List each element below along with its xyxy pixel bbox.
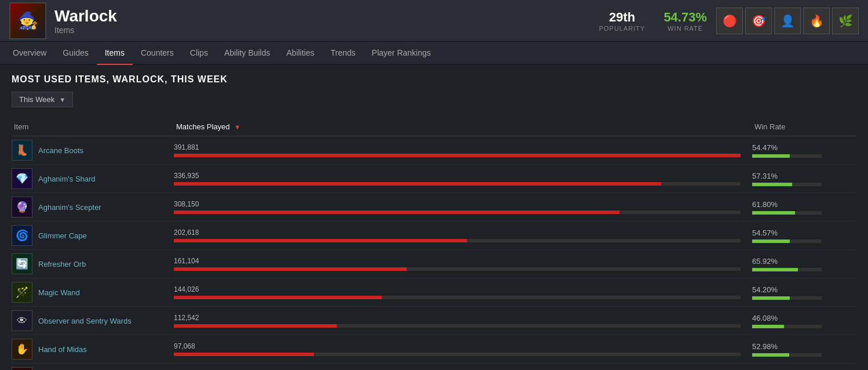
matches-bar-bg-6 [174, 324, 741, 328]
popularity-value: 29th [599, 10, 645, 25]
item-icon-0: 👢 [12, 140, 32, 161]
nav-item-counters[interactable]: Counters [133, 42, 182, 65]
nav-item-trends[interactable]: Trends [323, 42, 364, 65]
table-body: 👢 Arcane Boots 391,881 54.47% 💎 Aghanim'… [12, 136, 856, 370]
table-row: 🔄 Refresher Orb 161,104 65.92% [12, 250, 856, 278]
cell-matches-4: 161,104 [174, 257, 752, 271]
popularity-label: POPULARITY [599, 25, 645, 32]
winrate-bar-bg-1 [752, 183, 822, 186]
header-icon-3[interactable]: 👤 [774, 8, 801, 34]
matches-bar-bg-1 [174, 182, 741, 186]
nav-item-overview[interactable]: Overview [5, 42, 54, 65]
matches-bar-fill-4 [174, 267, 407, 271]
matches-bar-fill-2 [174, 211, 619, 214]
match-count-1: 336,935 [174, 172, 741, 180]
header-icon-2[interactable]: 🎯 [745, 8, 772, 34]
item-name-3[interactable]: Glimmer Cape [38, 231, 87, 240]
item-icon-6: 👁 [12, 310, 32, 331]
header-stats: 29th POPULARITY 54.73% WIN RATE [599, 10, 707, 32]
cell-matches-1: 336,935 [174, 172, 752, 186]
winrate-value-6: 46.08% [752, 314, 856, 322]
cell-winrate-5: 54.20% [752, 285, 856, 300]
nav-item-items[interactable]: Items [97, 42, 133, 65]
item-icon-3: 🌀 [12, 225, 32, 246]
header-icon-1[interactable]: 🔴 [716, 8, 743, 34]
table-row: 🗿 Heart of Tarrasque 91,449 63.99% [12, 364, 856, 370]
item-name-6[interactable]: Observer and Sentry Wards [38, 317, 132, 325]
match-count-0: 391,881 [174, 143, 741, 151]
cell-matches-0: 391,881 [174, 143, 752, 157]
hero-info: Warlock Items [54, 6, 599, 35]
winrate-bar-bg-0 [752, 154, 822, 158]
cell-matches-5: 144,026 [174, 285, 752, 299]
winrate-bar-bg-6 [752, 325, 822, 328]
nav-item-abilities[interactable]: Abilities [278, 42, 322, 65]
header-icons: 🔴 🎯 👤 🔥 🌿 [716, 8, 859, 34]
matches-bar-bg-4 [174, 267, 741, 271]
cell-matches-7: 97,068 [174, 342, 752, 356]
nav-item-clips[interactable]: Clips [182, 42, 216, 65]
th-matches[interactable]: Matches Played ▼ [174, 118, 752, 136]
table-row: 🪄 Magic Wand 144,026 54.20% [12, 278, 856, 307]
table-row: 💎 Aghanim's Shard 336,935 57.31% [12, 165, 856, 193]
item-name-4[interactable]: Refresher Orb [38, 260, 86, 269]
item-icon-1: 💎 [12, 168, 32, 189]
table-row: 🔮 Aghanim's Scepter 308,150 61.80% [12, 193, 856, 222]
header-icon-4[interactable]: 🔥 [803, 8, 830, 34]
week-dropdown-arrow: ▼ [59, 96, 65, 103]
hero-icon: 🧙 [18, 11, 38, 30]
matches-bar-fill-5 [174, 296, 382, 299]
week-label: This Week [19, 95, 54, 104]
nav-item-ability-builds[interactable]: Ability Builds [216, 42, 278, 65]
item-icon-2: 🔮 [12, 197, 32, 217]
nav: Overview Guides Items Counters Clips Abi… [0, 42, 868, 65]
match-count-3: 202,618 [174, 228, 741, 237]
cell-item-1: 💎 Aghanim's Shard [12, 168, 174, 189]
cell-item-3: 🌀 Glimmer Cape [12, 225, 174, 246]
table-row: 👁 Observer and Sentry Wards 112,542 46.0… [12, 307, 856, 335]
week-selector[interactable]: This Week ▼ [12, 92, 73, 107]
item-name-7[interactable]: Hand of Midas [38, 345, 87, 354]
cell-winrate-3: 54.57% [752, 228, 856, 243]
table-row: ✋ Hand of Midas 97,068 52.98% [12, 335, 856, 364]
th-item: Item [12, 118, 174, 136]
winrate-label: WIN RATE [663, 25, 707, 32]
hero-name: Warlock [54, 6, 599, 26]
match-count-2: 308,150 [174, 200, 741, 208]
winrate-value-7: 52.98% [752, 342, 856, 351]
table-row: 🌀 Glimmer Cape 202,618 54.57% [12, 222, 856, 250]
content: MOST USED ITEMS, WARLOCK, THIS WEEK This… [0, 65, 868, 370]
winrate-bar-bg-2 [752, 211, 822, 215]
winrate-bar-fill-4 [752, 268, 798, 271]
winrate-value-3: 54.57% [752, 228, 856, 237]
cell-item-4: 🔄 Refresher Orb [12, 253, 174, 274]
cell-winrate-6: 46.08% [752, 314, 856, 328]
header-icon-5[interactable]: 🌿 [832, 8, 859, 34]
winrate-bar-fill-7 [752, 353, 789, 357]
matches-bar-fill-1 [174, 182, 661, 186]
match-count-5: 144,026 [174, 285, 741, 293]
matches-bar-bg-3 [174, 239, 741, 242]
winrate-bar-fill-2 [752, 211, 795, 215]
hero-subtitle: Items [54, 26, 599, 35]
winrate-bar-fill-0 [752, 154, 790, 158]
nav-item-player-rankings[interactable]: Player Rankings [364, 42, 439, 65]
cell-item-7: ✋ Hand of Midas [12, 339, 174, 360]
winrate-bar-fill-6 [752, 325, 784, 328]
cell-item-8: 🗿 Heart of Tarrasque [12, 367, 174, 370]
cell-matches-6: 112,542 [174, 314, 752, 328]
nav-item-guides[interactable]: Guides [54, 42, 96, 65]
item-name-2[interactable]: Aghanim's Scepter [38, 203, 101, 212]
winrate-stat: 54.73% WIN RATE [663, 10, 707, 32]
matches-bar-bg-0 [174, 154, 741, 157]
table-row: 👢 Arcane Boots 391,881 54.47% [12, 136, 856, 165]
winrate-value: 54.73% [663, 10, 707, 25]
cell-winrate-1: 57.31% [752, 172, 856, 186]
winrate-bar-fill-3 [752, 240, 790, 243]
item-name-1[interactable]: Aghanim's Shard [38, 175, 96, 183]
item-name-0[interactable]: Arcane Boots [38, 146, 83, 155]
item-name-5[interactable]: Magic Wand [38, 288, 80, 297]
winrate-value-2: 61.80% [752, 200, 856, 209]
table-header: Item Matches Played ▼ Win Rate [12, 118, 856, 136]
match-count-6: 112,542 [174, 314, 741, 322]
